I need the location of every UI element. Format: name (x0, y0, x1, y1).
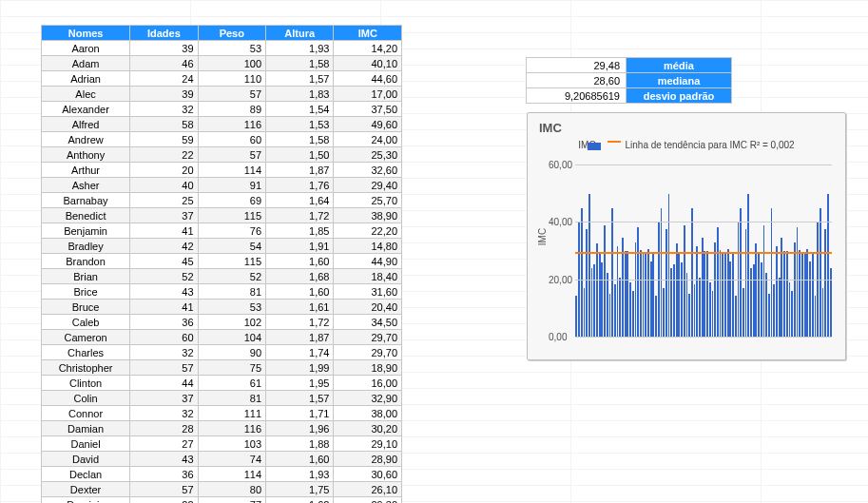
cell-value[interactable]: 110 (198, 71, 265, 87)
cell-value[interactable]: 1,87 (266, 163, 334, 178)
cell-value[interactable]: 26,10 (334, 482, 402, 497)
cell-value[interactable]: 25,30 (334, 147, 402, 163)
cell-value[interactable]: 20 (130, 163, 198, 178)
cell-value[interactable]: 52 (198, 269, 265, 284)
cell-value[interactable]: 75 (198, 360, 265, 376)
cell-name[interactable]: Brandon (42, 254, 130, 269)
cell-name[interactable]: Asher (42, 178, 130, 193)
cell-value[interactable]: 1,62 (266, 497, 334, 504)
cell-value[interactable]: 1,61 (266, 300, 334, 315)
cell-name[interactable]: Bruce (42, 300, 130, 315)
cell-value[interactable]: 1,74 (266, 345, 334, 360)
cell-value[interactable]: 90 (198, 345, 265, 360)
cell-name[interactable]: Colin (42, 391, 130, 406)
cell-value[interactable]: 14,80 (334, 239, 402, 254)
cell-value[interactable]: 1,57 (266, 391, 334, 406)
table-row[interactable]: Anthony22571,5025,30 (42, 147, 402, 163)
cell-value[interactable]: 36 (130, 467, 198, 482)
cell-value[interactable]: 1,93 (266, 467, 334, 482)
cell-value[interactable]: 91 (198, 178, 265, 193)
cell-value[interactable]: 103 (198, 436, 265, 452)
cell-value[interactable]: 39 (130, 41, 198, 56)
cell-value[interactable]: 116 (198, 117, 265, 132)
cell-name[interactable]: Caleb (42, 315, 130, 330)
cell-value[interactable]: 29,70 (334, 345, 402, 360)
cell-value[interactable]: 116 (198, 421, 265, 436)
cell-value[interactable]: 76 (198, 223, 265, 239)
cell-value[interactable]: 1,83 (266, 87, 334, 102)
table-row[interactable]: Andrew59601,5824,00 (42, 132, 402, 147)
stat-media-value[interactable]: 29,48 (527, 58, 627, 73)
table-row[interactable]: Bradley42541,9114,80 (42, 239, 402, 254)
table-row[interactable]: Bruce41531,6120,40 (42, 300, 402, 315)
cell-value[interactable]: 17,00 (334, 87, 402, 102)
cell-value[interactable]: 45 (130, 254, 198, 269)
table-row[interactable]: Charles32901,7429,70 (42, 345, 402, 360)
table-row[interactable]: Dexter57801,7526,10 (42, 482, 402, 497)
cell-name[interactable]: Charles (42, 345, 130, 360)
cell-name[interactable]: Adrian (42, 71, 130, 87)
cell-name[interactable]: Clinton (42, 376, 130, 391)
cell-value[interactable]: 1,54 (266, 102, 334, 117)
cell-value[interactable]: 57 (130, 360, 198, 376)
col-header-peso[interactable]: Peso (198, 26, 265, 41)
cell-name[interactable]: Alexander (42, 102, 130, 117)
cell-value[interactable]: 58 (130, 117, 198, 132)
cell-value[interactable]: 1,75 (266, 482, 334, 497)
cell-value[interactable]: 29,70 (334, 330, 402, 345)
cell-value[interactable]: 60 (198, 132, 265, 147)
col-header-imc[interactable]: IMC (334, 26, 402, 41)
cell-value[interactable]: 104 (198, 330, 265, 345)
cell-value[interactable]: 44,60 (334, 71, 402, 87)
cell-value[interactable]: 37,50 (334, 102, 402, 117)
cell-value[interactable]: 69 (198, 193, 265, 208)
cell-value[interactable]: 30,60 (334, 467, 402, 482)
cell-value[interactable]: 28,90 (334, 452, 402, 467)
table-row[interactable]: Brandon451151,6044,90 (42, 254, 402, 269)
cell-value[interactable]: 1,72 (266, 208, 334, 223)
stat-desvio-value[interactable]: 9,20685619 (527, 88, 627, 104)
cell-value[interactable]: 32 (130, 345, 198, 360)
cell-value[interactable]: 24,00 (334, 132, 402, 147)
stat-mediana-value[interactable]: 28,60 (527, 73, 627, 88)
cell-value[interactable]: 114 (198, 163, 265, 178)
cell-value[interactable]: 60 (130, 330, 198, 345)
cell-value[interactable]: 1,93 (266, 41, 334, 56)
cell-value[interactable]: 1,85 (266, 223, 334, 239)
cell-value[interactable]: 1,91 (266, 239, 334, 254)
cell-value[interactable]: 89 (198, 102, 265, 117)
table-row[interactable]: Clinton44611,9516,00 (42, 376, 402, 391)
cell-value[interactable]: 22 (130, 147, 198, 163)
cell-value[interactable]: 57 (130, 482, 198, 497)
table-row[interactable]: David43741,6028,90 (42, 452, 402, 467)
cell-value[interactable]: 43 (130, 284, 198, 300)
cell-value[interactable]: 32,60 (334, 163, 402, 178)
cell-value[interactable]: 1,64 (266, 193, 334, 208)
table-row[interactable]: Brice43811,6031,60 (42, 284, 402, 300)
table-row[interactable]: Declan361141,9330,60 (42, 467, 402, 482)
cell-value[interactable]: 61 (198, 376, 265, 391)
cell-value[interactable]: 22,20 (334, 223, 402, 239)
cell-value[interactable]: 115 (198, 254, 265, 269)
cell-name[interactable]: Daniel (42, 436, 130, 452)
cell-name[interactable]: Benedict (42, 208, 130, 223)
cell-value[interactable]: 32,90 (334, 391, 402, 406)
cell-value[interactable]: 53 (198, 300, 265, 315)
table-row[interactable]: Caleb361021,7234,50 (42, 315, 402, 330)
cell-value[interactable]: 77 (198, 497, 265, 504)
cell-value[interactable]: 59 (130, 132, 198, 147)
cell-name[interactable]: Bradley (42, 239, 130, 254)
cell-value[interactable]: 111 (198, 406, 265, 421)
cell-value[interactable]: 1,95 (266, 376, 334, 391)
cell-value[interactable]: 81 (198, 391, 265, 406)
cell-name[interactable]: Barnabay (42, 193, 130, 208)
cell-value[interactable]: 44,90 (334, 254, 402, 269)
cell-name[interactable]: Anthony (42, 147, 130, 163)
table-row[interactable]: Adam461001,5840,10 (42, 56, 402, 71)
cell-value[interactable]: 24 (130, 71, 198, 87)
table-row[interactable]: Barnabay25691,6425,70 (42, 193, 402, 208)
cell-name[interactable]: Christopher (42, 360, 130, 376)
cell-value[interactable]: 20,40 (334, 300, 402, 315)
cell-value[interactable]: 80 (198, 482, 265, 497)
cell-value[interactable]: 44 (130, 376, 198, 391)
